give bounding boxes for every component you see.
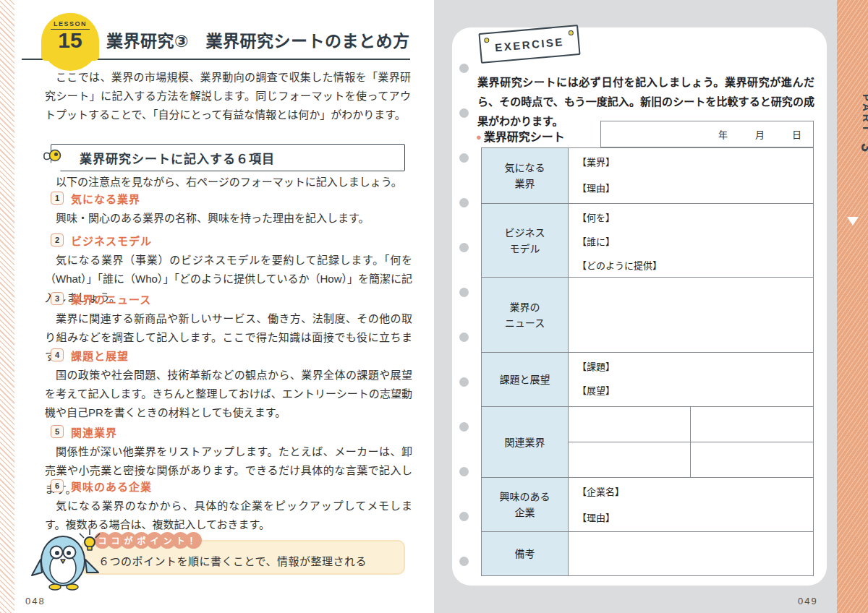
sheet-title: ●業界研究シート [476, 127, 565, 145]
table-row: 気になる 業界 【業界】 【理由】 [482, 148, 813, 204]
grid-cell [569, 442, 691, 478]
field-label: 【理由】 [577, 510, 804, 524]
row-label: ビジネス モデル [482, 204, 569, 277]
binding-dot [459, 198, 469, 207]
field-label: 【何を】 [577, 210, 804, 224]
binding-dot [459, 153, 469, 163]
item-1-number-badge: 1 [51, 192, 64, 205]
item-6-number-badge: 6 [51, 479, 64, 492]
item-3-number-badge: 3 [51, 292, 64, 305]
item-3-head: 3 業界のニュース [51, 290, 412, 307]
binding-dot [459, 333, 469, 342]
item-5-heading: 関連業界 [71, 424, 117, 440]
part-label: PART [861, 94, 868, 134]
triangle-down-icon [847, 217, 859, 226]
sheet-title-text: 業界研究シート [484, 131, 565, 143]
table-row: 業界の ニュース [482, 278, 813, 353]
point-box: ココがポイント！ ６つのポイントを順に書くことで、情報が整理される [81, 540, 405, 575]
part-sidebar: PART 3 業界研究・企業研究で自分に合う仕事を見つける [837, 0, 868, 613]
table-row: 興味のある 企業 【企業名】 【理由】 [482, 478, 813, 532]
part-heading: PART 3 [845, 94, 868, 152]
table-row: 備考 [482, 532, 813, 575]
grid-cell [569, 407, 691, 442]
row-label: 関連業界 [482, 407, 569, 477]
point-label: ココがポイント！ [94, 532, 202, 549]
intro-paragraph: ここでは、業界の市場規模、業界動向の調査で収集した情報を「業界研究シート」に記入… [45, 68, 411, 124]
item-6-head: 6 興味のある企業 [51, 477, 412, 494]
binding-dot [459, 108, 469, 118]
row-label: 業界の ニュース [482, 278, 569, 352]
table-row: ビジネス モデル 【何を】 【誰に】 【どのように提供】 [482, 204, 813, 278]
row-label: 興味のある 企業 [482, 478, 569, 531]
book-spread: LESSON 15 業界研究③ 業界研究シートのまとめ方 ここでは、業界の市場規… [0, 0, 868, 613]
table-row: 課題と展望 【課題】 【展望】 [482, 353, 813, 407]
binding-dot [459, 288, 469, 297]
page-number-left: 048 [25, 596, 46, 606]
item-3-heading: 業界のニュース [71, 291, 151, 306]
item-4-body: 国の政策や社会問題、技術革新などの観点から、業界全体の課題や展望を考えて記入しま… [45, 366, 412, 422]
screw-icon [484, 38, 490, 43]
part-caption: 業界研究・企業研究で自分に合う仕事を見つける [848, 237, 868, 468]
table-row: 関連業界 [482, 407, 813, 478]
page-number-right: 049 [798, 596, 818, 606]
row-label: 課題と展望 [482, 353, 569, 406]
row-content-grid [569, 407, 813, 477]
binding-dot [459, 377, 469, 387]
date-box: 年 月 日 [600, 121, 814, 147]
binding-dot [459, 422, 469, 432]
section-intro: 以下の注意点を見ながら、右ページのフォーマットに記入しましょう。 [45, 173, 411, 189]
item-1: 1 気になる業界 興味・関心のある業界の名称、興味を持った理由を記入します。 [45, 189, 412, 228]
binding-dot [459, 512, 469, 521]
research-sheet-table: 気になる 業界 【業界】 【理由】 ビジネス モデル 【何を】 【誰に】 【どの… [481, 147, 814, 576]
row-content: 【業界】 【理由】 [569, 148, 813, 203]
field-label: 【誰に】 [577, 234, 804, 248]
grid-cell [691, 407, 813, 442]
penguin-mascot-icon [30, 522, 103, 594]
part-number: 3 [858, 143, 868, 152]
item-4: 4 課題と展望 国の政策や社会問題、技術革新などの観点から、業界全体の課題や展望… [45, 346, 412, 422]
field-label: 【業界】 [577, 155, 804, 168]
row-label: 気になる 業界 [482, 148, 569, 203]
binding-dot [459, 467, 469, 476]
item-4-head: 4 課題と展望 [51, 346, 412, 364]
row-content: 【何を】 【誰に】 【どのように提供】 [569, 204, 813, 277]
point-text: ６つのポイントを順に書くことで、情報が整理される [98, 553, 367, 568]
item-6-heading: 興味のある企業 [71, 479, 152, 494]
item-5-head: 5 関連業界 [51, 423, 412, 440]
binding-dot [459, 64, 469, 73]
field-label: 【展望】 [577, 383, 804, 397]
binding-dot [459, 243, 469, 252]
field-label: 【どのように提供】 [577, 258, 804, 272]
item-4-heading: 課題と展望 [71, 348, 129, 363]
left-edge-stripes [0, 0, 14, 613]
lesson-badge: LESSON 15 [41, 13, 99, 61]
row-label: 備考 [482, 532, 569, 575]
date-year-label: 年 [718, 127, 728, 141]
item-1-heading: 気になる業界 [71, 191, 140, 206]
date-month-label: 月 [755, 127, 765, 141]
row-content: 【企業名】 【理由】 [569, 478, 813, 531]
field-label: 【理由】 [577, 181, 804, 194]
exercise-label: EXERCISE [495, 35, 565, 53]
bullet-icon: ● [476, 132, 482, 142]
item-2-head: 2 ビジネスモデル [51, 231, 412, 249]
item-4-number-badge: 4 [51, 348, 64, 361]
item-5-number-badge: 5 [51, 425, 64, 438]
item-2-heading: ビジネスモデル [71, 233, 152, 248]
section-title: 業界研究シートに記入する６項目 [80, 149, 275, 167]
field-label: 【企業名】 [577, 484, 804, 498]
grid-cell [691, 442, 813, 478]
page-title: 業界研究③ 業界研究シートのまとめ方 [106, 27, 417, 52]
row-content [569, 278, 813, 352]
field-label: 【課題】 [577, 359, 804, 373]
pin-icon [42, 147, 67, 166]
item-1-head: 1 気になる業界 [51, 189, 412, 207]
screw-icon [569, 30, 574, 36]
lesson-number: 15 [41, 30, 99, 51]
item-1-body: 興味・関心のある業界の名称、興味を持った理由を記入します。 [45, 209, 412, 228]
binding-dot [459, 557, 469, 566]
row-content: 【課題】 【展望】 [569, 353, 813, 406]
item-2-number-badge: 2 [51, 233, 64, 247]
row-content [569, 532, 813, 575]
date-day-label: 日 [792, 127, 801, 141]
